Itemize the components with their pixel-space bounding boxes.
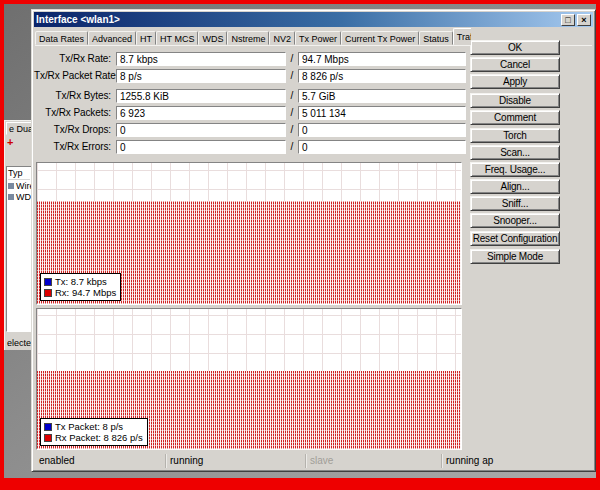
legend-entry: Tx Packet: 8 p/s — [44, 421, 143, 432]
snooper-button[interactable]: Snooper... — [470, 213, 560, 228]
tab-traffic[interactable]: Traffic — [453, 28, 471, 45]
tab-status[interactable]: Status — [419, 31, 453, 45]
close-button[interactable]: × — [577, 14, 591, 26]
chart-legend: Tx Packet: 8 p/s Rx Packet: 8 826 p/s — [40, 418, 148, 446]
rx-bytes-field[interactable]: 5.7 GiB — [298, 89, 466, 103]
tab-nv2[interactable]: NV2 — [269, 31, 295, 45]
align-button[interactable]: Align... — [470, 179, 560, 194]
slash-separator: / — [286, 70, 298, 81]
chart-legend: Tx: 8.7 kbps Rx: 94.7 Mbps — [40, 273, 121, 301]
window-title: Interface <wlan1> — [36, 14, 559, 25]
traffic-rate-chart: Tx: 8.7 kbps Rx: 94.7 Mbps — [36, 162, 462, 305]
tab-strip: Data Rates Advanced HT HT MCS WDS Nstrem… — [35, 28, 471, 45]
status-bar: enabled running slave running ap — [35, 454, 594, 468]
field-row: Tx/Rx Packets: 6 923 / 5 011 134 — [34, 105, 470, 120]
status-enabled: enabled — [35, 454, 165, 468]
field-label: Tx/Rx Drops: — [34, 124, 116, 135]
scan-button[interactable]: Scan... — [470, 145, 560, 160]
legend-label: Tx: 8.7 kbps — [55, 276, 107, 287]
traffic-stats-form: Tx/Rx Rate: 8.7 kbps / 94.7 Mbps Tx/Rx P… — [34, 51, 470, 156]
legend-entry: Rx Packet: 8 826 p/s — [44, 432, 143, 443]
tx-rate-field[interactable]: 8.7 kbps — [116, 52, 286, 66]
add-icon[interactable]: + — [7, 136, 13, 148]
interface-icon — [8, 183, 14, 189]
slash-separator: / — [286, 53, 298, 64]
restore-button[interactable]: □ — [561, 14, 575, 26]
packet-rate-chart: Tx Packet: 8 p/s Rx Packet: 8 826 p/s — [36, 308, 462, 450]
tx-bytes-field[interactable]: 1255.8 KiB — [116, 89, 286, 103]
legend-label: Rx Packet: 8 826 p/s — [55, 432, 143, 443]
restore-icon: □ — [565, 15, 570, 25]
list-item-label: Wire — [16, 181, 32, 191]
legend-label: Tx Packet: 8 p/s — [55, 421, 123, 432]
titlebar[interactable]: Interface <wlan1> □ × — [34, 12, 593, 27]
tx-errors-field[interactable]: 0 — [116, 140, 286, 154]
tx-drops-field[interactable]: 0 — [116, 123, 286, 137]
status-running: running — [165, 454, 305, 468]
freq-usage-button[interactable]: Freq. Usage... — [470, 162, 560, 177]
background-tab-fragment[interactable]: e Dual — [6, 122, 32, 135]
tab-advanced[interactable]: Advanced — [88, 31, 136, 45]
field-row: Tx/Rx Drops: 0 / 0 — [34, 122, 470, 137]
torch-button[interactable]: Torch — [470, 128, 560, 143]
cancel-button[interactable]: Cancel — [470, 57, 560, 72]
field-row: Tx/Rx Bytes: 1255.8 KiB / 5.7 GiB — [34, 88, 470, 103]
legend-entry: Tx: 8.7 kbps — [44, 276, 116, 287]
tab-wds[interactable]: WDS — [198, 31, 227, 45]
status-slave: slave — [305, 454, 441, 468]
slash-separator: / — [286, 141, 298, 152]
tab-current-tx-power[interactable]: Current Tx Power — [341, 31, 419, 45]
rx-packet-rate-field[interactable]: 8 826 p/s — [298, 69, 466, 83]
tab-ht-mcs[interactable]: HT MCS — [156, 31, 198, 45]
field-label: Tx/Rx Rate: — [34, 53, 116, 64]
field-label: Tx/Rx Packet Rate: — [34, 70, 116, 81]
slash-separator: / — [286, 90, 298, 101]
column-header-fragment[interactable]: Typ — [8, 168, 30, 180]
field-label: Tx/Rx Bytes: — [34, 90, 116, 101]
desktop: e Dual + Typ Wire WD elected Interface <… — [0, 0, 600, 490]
tx-color-swatch — [44, 278, 52, 286]
comment-button[interactable]: Comment — [470, 110, 560, 125]
field-row: Tx/Rx Errors: 0 / 0 — [34, 139, 470, 154]
tab-data-rates[interactable]: Data Rates — [35, 31, 88, 45]
rx-packets-field[interactable]: 5 011 134 — [298, 106, 466, 120]
background-window: e Dual + Typ Wire WD elected — [4, 120, 32, 350]
close-icon: × — [581, 15, 586, 25]
list-item-label: WD — [16, 192, 31, 202]
rx-color-swatch — [44, 434, 52, 442]
list-item[interactable]: WD — [8, 191, 30, 202]
status-running-ap: running ap — [441, 454, 594, 468]
tx-packet-rate-field[interactable]: 8 p/s — [116, 69, 286, 83]
selection-status-fragment: elected — [7, 338, 32, 348]
field-label: Tx/Rx Errors: — [34, 141, 116, 152]
field-row: Tx/Rx Rate: 8.7 kbps / 94.7 Mbps — [34, 51, 470, 66]
tx-color-swatch — [44, 423, 52, 431]
interface-dialog: Interface <wlan1> □ × Data Rates Advance… — [31, 9, 596, 472]
legend-label: Rx: 94.7 Mbps — [55, 287, 116, 298]
action-button-column: OK Cancel Apply Disable Comment Torch Sc… — [470, 40, 560, 266]
field-row: Tx/Rx Packet Rate: 8 p/s / 8 826 p/s — [34, 68, 470, 83]
apply-button[interactable]: Apply — [470, 74, 560, 89]
rx-color-swatch — [44, 289, 52, 297]
tab-ht[interactable]: HT — [136, 31, 156, 45]
tx-packets-field[interactable]: 6 923 — [116, 106, 286, 120]
slash-separator: / — [286, 124, 298, 135]
background-toolbar: + — [4, 135, 32, 149]
rx-rate-field[interactable]: 94.7 Mbps — [298, 52, 466, 66]
slash-separator: / — [286, 107, 298, 118]
field-label: Tx/Rx Packets: — [34, 107, 116, 118]
reset-configuration-button[interactable]: Reset Configuration — [470, 231, 560, 246]
rx-errors-field[interactable]: 0 — [298, 140, 466, 154]
rx-drops-field[interactable]: 0 — [298, 123, 466, 137]
tab-nstreme[interactable]: Nstreme — [227, 31, 269, 45]
simple-mode-button[interactable]: Simple Mode — [470, 249, 560, 264]
disable-button[interactable]: Disable — [470, 93, 560, 108]
list-item[interactable]: Wire — [8, 180, 30, 191]
background-interface-list: Typ Wire WD — [6, 166, 32, 332]
interface-icon — [8, 194, 14, 200]
legend-entry: Rx: 94.7 Mbps — [44, 287, 116, 298]
sniff-button[interactable]: Sniff... — [470, 196, 560, 211]
ok-button[interactable]: OK — [470, 40, 560, 55]
tab-tx-power[interactable]: Tx Power — [295, 31, 341, 45]
